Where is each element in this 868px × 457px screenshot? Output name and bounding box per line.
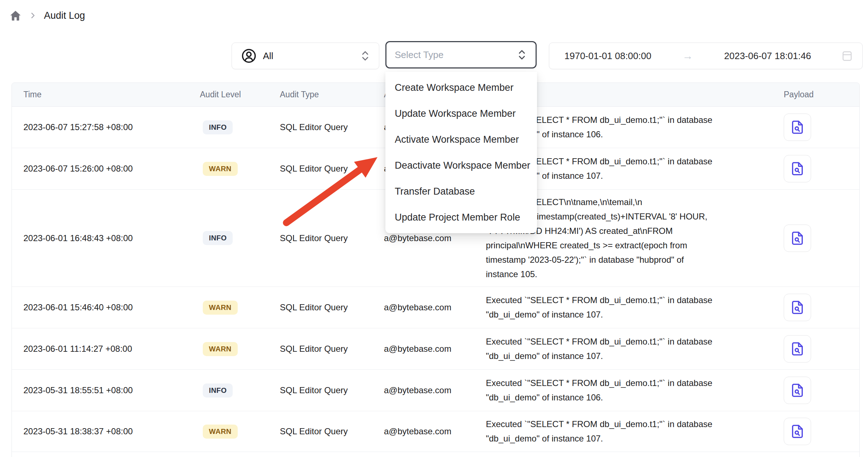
cell-payload	[764, 377, 859, 404]
status-badge: INFO	[203, 383, 233, 398]
type-filter-select[interactable]: Select Type	[385, 41, 537, 68]
user-circle-icon	[241, 48, 256, 63]
cell-audit-type: SQL Editor Query	[280, 385, 384, 395]
cell-comment: Executed `"SELECT * FROM db_ui_demo.t1;"…	[486, 417, 764, 446]
cell-actor: a@bytebase.com	[384, 302, 486, 312]
cell-payload	[764, 225, 859, 252]
cell-audit-level: INFO	[200, 120, 280, 134]
cell-audit-type: SQL Editor Query	[280, 426, 384, 436]
cell-time: 2023-05-31 18:55:51 +08:00	[12, 385, 200, 395]
cell-audit-level: WARN	[200, 162, 280, 176]
red-arrow-annotation	[277, 151, 385, 232]
cell-audit-type: SQL Editor Query	[280, 233, 384, 243]
chevron-up-down-icon	[361, 50, 370, 62]
date-range-picker[interactable]: 1970-01-01 08:00:00 → 2023-06-07 18:01:4…	[549, 43, 863, 69]
dropdown-item[interactable]: Update Workspace Member	[385, 101, 537, 127]
dropdown-item[interactable]: Create Workspace Member	[385, 75, 537, 101]
home-icon[interactable]	[9, 9, 22, 22]
view-payload-button[interactable]	[784, 114, 811, 141]
table-row: 2023-05-31 18:38:37 +08:00 WARN SQL Edit…	[12, 411, 859, 452]
file-search-icon	[790, 300, 805, 315]
cell-time: 2023-06-01 16:48:43 +08:00	[12, 233, 200, 243]
cell-audit-level: INFO	[200, 383, 280, 398]
file-search-icon	[790, 161, 805, 176]
table-row: 2023-06-01 15:46:40 +08:00 WARN SQL Edit…	[12, 287, 859, 328]
status-badge: WARN	[203, 342, 238, 356]
file-search-icon	[790, 342, 805, 356]
cell-audit-type: SQL Editor Query	[280, 122, 384, 132]
view-payload-button[interactable]	[784, 418, 811, 445]
cell-audit-level: WARN	[200, 425, 280, 439]
dropdown-item[interactable]: Transfer Database	[385, 178, 537, 204]
cell-comment: Executed `"SELECT * FROM db_ui_demo.t1;"…	[486, 293, 764, 322]
cell-actor: a@bytebase.com	[384, 385, 486, 395]
page-title: Audit Log	[44, 10, 85, 21]
chevron-right-icon	[29, 12, 37, 19]
cell-audit-type: SQL Editor Query	[280, 302, 384, 312]
cell-time: 2023-06-01 15:46:40 +08:00	[12, 302, 200, 312]
calendar-icon[interactable]	[842, 50, 852, 61]
arrow-right-icon: →	[682, 50, 693, 62]
cell-actor: a@bytebase.com	[384, 344, 486, 354]
cell-time: 2023-06-07 15:27:58 +08:00	[12, 122, 200, 132]
cell-audit-type: SQL Editor Query	[280, 344, 384, 354]
table-partial-row	[12, 452, 859, 457]
cell-actor: a@bytebase.com	[384, 233, 486, 243]
chevron-up-down-icon	[518, 49, 526, 61]
dropdown-item[interactable]: Update Project Member Role	[385, 204, 537, 230]
cell-comment: Executed `"SELECT * FROM db_ui_demo.t1;"…	[486, 376, 764, 405]
column-header-level: Audit Level	[200, 90, 280, 99]
status-badge: WARN	[203, 425, 238, 439]
cell-payload	[764, 418, 859, 445]
cell-time: 2023-06-01 11:14:27 +08:00	[12, 344, 200, 354]
type-dropdown-menu: Create Workspace Member Update Workspace…	[385, 72, 537, 233]
cell-payload	[764, 335, 859, 363]
cell-audit-level: INFO	[200, 231, 280, 245]
date-range-end[interactable]: 2023-06-07 18:01:46	[724, 50, 811, 62]
cell-time: 2023-06-07 15:26:00 +08:00	[12, 164, 200, 174]
view-payload-button[interactable]	[784, 335, 811, 363]
status-badge: INFO	[203, 231, 233, 245]
cell-comment: Executed `"SELECT * FROM db_ui_demo.t1;"…	[486, 334, 764, 363]
cell-audit-level: WARN	[200, 301, 280, 315]
view-payload-button[interactable]	[784, 294, 811, 321]
file-search-icon	[790, 231, 805, 245]
file-search-icon	[790, 120, 805, 134]
status-badge: INFO	[203, 120, 233, 134]
status-badge: WARN	[203, 162, 238, 176]
view-payload-button[interactable]	[784, 377, 811, 404]
column-header-time: Time	[12, 90, 200, 99]
cell-payload	[764, 294, 859, 321]
cell-payload	[764, 155, 859, 182]
column-header-payload: Payload	[764, 90, 859, 99]
breadcrumb: Audit Log	[9, 9, 85, 22]
date-range-start[interactable]: 1970-01-01 08:00:00	[564, 50, 651, 62]
file-search-icon	[790, 424, 805, 439]
type-filter-placeholder: Select Type	[395, 49, 443, 61]
cell-payload	[764, 114, 859, 141]
actor-filter-value: All	[263, 50, 273, 62]
dropdown-item[interactable]: Activate Workspace Member	[385, 127, 537, 152]
table-row: 2023-06-01 11:14:27 +08:00 WARN SQL Edit…	[12, 328, 859, 370]
cell-time: 2023-05-31 18:38:37 +08:00	[12, 426, 200, 436]
cell-audit-level: WARN	[200, 342, 280, 356]
view-payload-button[interactable]	[784, 155, 811, 182]
dropdown-item[interactable]: Deactivate Workspace Member	[385, 152, 537, 178]
table-row: 2023-05-31 18:55:51 +08:00 INFO SQL Edit…	[12, 370, 859, 411]
actor-filter-select[interactable]: All	[232, 43, 379, 69]
column-header-type: Audit Type	[280, 90, 384, 99]
cell-actor: a@bytebase.com	[384, 426, 486, 436]
status-badge: WARN	[203, 301, 238, 315]
view-payload-button[interactable]	[784, 225, 811, 252]
file-search-icon	[790, 383, 805, 398]
